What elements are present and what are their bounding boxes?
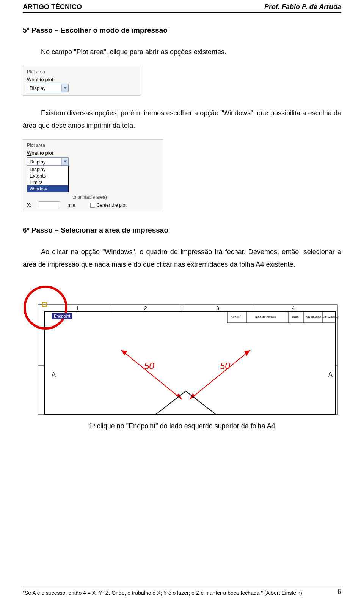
plotarea-screenshot-closed: Plot area What to plot: Display xyxy=(23,66,140,96)
center-plot-label: Center the plot xyxy=(97,203,127,208)
svg-marker-17 xyxy=(244,350,250,356)
step5-p2: Existem diversas opções, porém, iremos e… xyxy=(23,107,341,132)
endpoint-badge: Endpoint xyxy=(52,313,72,319)
svg-text:Nota de revisão: Nota de revisão xyxy=(255,315,276,318)
step5-p1: No campo "Plot area", clique para abrir … xyxy=(23,46,341,58)
svg-text:A: A xyxy=(52,371,56,378)
svg-rect-30 xyxy=(42,302,46,306)
x-label: X: xyxy=(27,203,31,208)
svg-text:4: 4 xyxy=(292,305,295,311)
page-header: ARTIGO TÉCNICO Prof. Fabio P. de Arruda xyxy=(23,0,341,13)
page-footer: "Se A é o sucesso, então A = X+Y+Z. Onde… xyxy=(23,586,341,596)
plotarea2-label: What to plot: xyxy=(27,150,159,156)
header-right: Prof. Fabio P. de Arruda xyxy=(264,3,341,11)
svg-rect-0 xyxy=(38,305,337,415)
select-value: Display xyxy=(27,85,61,91)
x-value-field[interactable] xyxy=(39,201,60,209)
footer-quote: "Se A é o sucesso, então A = X+Y+Z. Onde… xyxy=(23,590,302,596)
a4-sheet-illustration: 50 50 1 2 3 4 Rev. Nº Nota de revisão Da… xyxy=(23,282,341,415)
what-to-plot-select-open[interactable]: Display xyxy=(27,157,69,166)
center-plot-checkbox[interactable] xyxy=(90,203,95,208)
page-number: 6 xyxy=(337,588,341,596)
unit-mm: mm xyxy=(67,203,75,208)
dropdown-item-window[interactable]: Window xyxy=(27,185,68,192)
dropdown-item-limits[interactable]: Limits xyxy=(27,179,68,185)
dim-50-left: 50 xyxy=(144,361,154,371)
svg-line-13 xyxy=(121,350,182,399)
printable-area-text: to printable area) xyxy=(72,195,107,200)
header-left: ARTIGO TÉCNICO xyxy=(23,3,82,11)
svg-text:Aprovado por: Aprovado por xyxy=(323,315,340,318)
dropdown-item-extents[interactable]: Extents xyxy=(27,173,68,179)
svg-text:Data: Data xyxy=(292,315,298,318)
svg-text:2: 2 xyxy=(144,305,147,311)
svg-point-31 xyxy=(25,287,66,329)
step6-title: 6º Passo – Selecionar a área de impressã… xyxy=(23,226,341,234)
svg-text:A: A xyxy=(328,371,333,378)
plotarea-screenshot-open: Plot area What to plot: Display Display … xyxy=(23,139,163,212)
chevron-down-icon[interactable] xyxy=(61,158,68,165)
svg-text:Revisado por: Revisado por xyxy=(306,315,322,318)
step5-title: 5º Passo – Escolher o modo de impressão xyxy=(23,26,341,35)
what-to-plot-select[interactable]: Display xyxy=(27,84,69,92)
svg-text:3: 3 xyxy=(216,305,219,311)
illustration-caption: 1º clique no "Endpoint" do lado esquerdo… xyxy=(23,422,341,430)
plotarea1-group: Plot area xyxy=(27,69,136,74)
step6-p1: Ao clicar na opção "Windows", o quadro d… xyxy=(23,246,341,270)
dropdown-item-display[interactable]: Display xyxy=(27,166,68,173)
select-value-open: Display xyxy=(27,159,61,165)
chevron-down-icon[interactable] xyxy=(61,84,68,92)
svg-line-16 xyxy=(190,350,250,399)
what-to-plot-dropdown[interactable]: Display Extents Limits Window xyxy=(27,166,69,192)
plotarea1-label: What to plot: xyxy=(27,77,136,82)
plotarea2-group: Plot area xyxy=(27,143,159,148)
dim-50-right: 50 xyxy=(220,361,230,371)
svg-text:Rev. Nº: Rev. Nº xyxy=(231,315,241,318)
svg-text:1: 1 xyxy=(76,305,79,311)
